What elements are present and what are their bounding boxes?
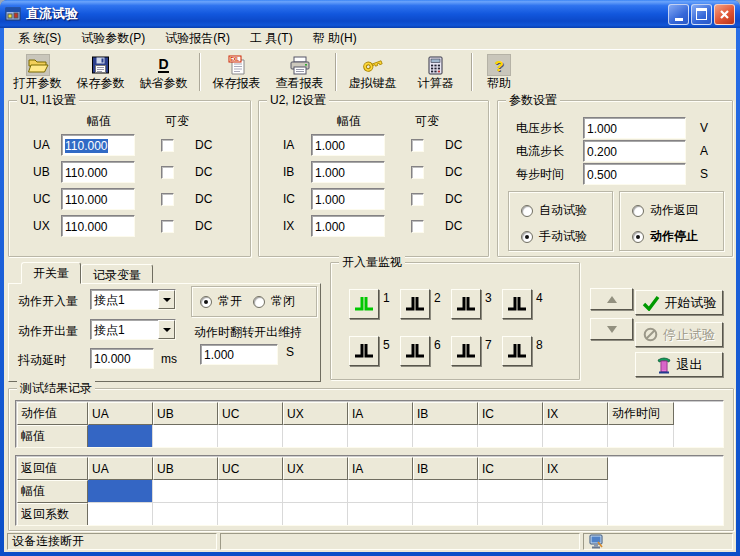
table-cell[interactable] xyxy=(218,503,283,526)
table-cell[interactable] xyxy=(153,425,218,448)
close-button[interactable] xyxy=(714,4,735,25)
table-cell[interactable] xyxy=(608,425,674,448)
table-cell[interactable] xyxy=(283,480,348,503)
app-window: 直流试验 系 统(S) 试验参数(P) 试验报告(R) 工 具(T) 帮 助(H… xyxy=(0,0,740,556)
action-output-combobox[interactable]: 接点1 xyxy=(90,319,176,340)
ib-amplitude-input[interactable]: 1.000 xyxy=(311,161,385,183)
save-report-button[interactable]: EXL 保存报表 xyxy=(205,52,268,92)
normally-open-radio[interactable]: 常开 xyxy=(200,293,242,310)
tab-switch-values[interactable]: 开关量 xyxy=(21,262,81,284)
stop-test-button[interactable]: 停止试验 xyxy=(635,322,723,347)
minimize-button[interactable] xyxy=(668,4,689,25)
ua-amplitude-input[interactable]: 110.000 xyxy=(61,134,135,156)
action-return-radio[interactable]: 动作返回 xyxy=(632,202,723,219)
calculator-button[interactable]: 计算器 xyxy=(404,52,467,92)
scroll-down-button[interactable] xyxy=(590,318,633,340)
ub-amplitude-input[interactable]: 110.000 xyxy=(61,161,135,183)
chevron-down-icon[interactable] xyxy=(158,320,175,339)
table-cell[interactable] xyxy=(348,480,413,503)
table-cell[interactable] xyxy=(153,503,218,526)
selected-cell[interactable] xyxy=(88,480,153,503)
table-cell[interactable] xyxy=(413,425,478,448)
table-cell[interactable] xyxy=(478,425,543,448)
ia-dc-checkbox[interactable] xyxy=(411,139,424,152)
table-cell[interactable] xyxy=(153,480,218,503)
ux-amplitude-input[interactable]: 110.000 xyxy=(61,215,135,237)
table-row: 返回系数 xyxy=(17,503,608,526)
channel-label: IA xyxy=(283,138,311,152)
ub-dc-checkbox[interactable] xyxy=(161,166,174,179)
table-cell[interactable] xyxy=(543,480,608,503)
table-cell[interactable] xyxy=(218,480,283,503)
contact-7-button[interactable] xyxy=(451,336,481,366)
table-cell[interactable] xyxy=(283,503,348,526)
app-icon xyxy=(5,6,21,22)
ix-dc-checkbox[interactable] xyxy=(411,220,424,233)
table-cell[interactable] xyxy=(348,503,413,526)
table-cell[interactable] xyxy=(283,425,348,448)
table-cell[interactable] xyxy=(88,503,153,526)
auto-test-radio[interactable]: 自动试验 xyxy=(521,202,612,219)
scroll-up-button[interactable] xyxy=(590,288,633,310)
manual-test-radio[interactable]: 手动试验 xyxy=(521,228,612,245)
table-cell[interactable] xyxy=(543,425,608,448)
contact-3-button[interactable] xyxy=(451,289,481,319)
contact-5-button[interactable] xyxy=(349,336,379,366)
voltage-step-input[interactable]: 1.000 xyxy=(583,117,686,139)
action-input-combobox[interactable]: 接点1 xyxy=(90,289,176,310)
tab-record-variables[interactable]: 记录变量 xyxy=(81,264,153,284)
uc-amplitude-input[interactable]: 110.000 xyxy=(61,188,135,210)
uc-dc-checkbox[interactable] xyxy=(161,193,174,206)
contact-6-button[interactable] xyxy=(400,336,430,366)
action-stop-radio[interactable]: 动作停止 xyxy=(632,228,723,245)
table-row: 幅值 xyxy=(17,480,608,503)
table-cell[interactable] xyxy=(543,503,608,526)
contact-5: 5 xyxy=(349,336,390,366)
contact-1-button[interactable] xyxy=(349,289,379,319)
ix-amplitude-input[interactable]: 1.000 xyxy=(311,215,385,237)
contact-4-button[interactable] xyxy=(502,289,532,319)
ia-amplitude-input[interactable]: 1.000 xyxy=(311,134,385,156)
start-test-button[interactable]: 开始试验 xyxy=(635,290,723,315)
field-label: 每步时间 xyxy=(516,166,564,183)
menu-tools[interactable]: 工 具(T) xyxy=(240,28,303,50)
maximize-button[interactable] xyxy=(691,4,712,25)
ic-dc-checkbox[interactable] xyxy=(411,193,424,206)
table-cell[interactable] xyxy=(478,480,543,503)
chevron-down-icon[interactable] xyxy=(158,290,175,309)
radio-icon xyxy=(521,205,533,217)
debounce-input[interactable]: 10.000 xyxy=(90,348,154,369)
ib-dc-checkbox[interactable] xyxy=(411,166,424,179)
column-header: UB xyxy=(153,457,218,480)
table-cell[interactable] xyxy=(413,480,478,503)
device-status-text: 设备连接断开 xyxy=(12,533,84,550)
dc-label: DC xyxy=(195,219,212,233)
menu-test-params[interactable]: 试验参数(P) xyxy=(71,28,155,50)
menu-help[interactable]: 帮 助(H) xyxy=(303,28,367,50)
dc-label: DC xyxy=(445,192,462,206)
table-cell[interactable] xyxy=(478,503,543,526)
flip-hold-input[interactable]: 1.000 xyxy=(200,344,278,365)
view-report-button[interactable]: 查看报表 xyxy=(268,52,331,92)
selected-cell[interactable] xyxy=(88,425,153,448)
open-params-button[interactable]: 打开参数 xyxy=(6,52,69,92)
ux-dc-checkbox[interactable] xyxy=(161,220,174,233)
exit-button[interactable]: 退出 xyxy=(635,352,723,377)
virtual-keyboard-button[interactable]: 虚拟键盘 xyxy=(341,52,404,92)
help-button[interactable]: ? 帮助 xyxy=(477,52,521,92)
normally-closed-radio[interactable]: 常闭 xyxy=(253,293,295,310)
ua-dc-checkbox[interactable] xyxy=(161,139,174,152)
step-time-input[interactable]: 0.500 xyxy=(583,163,686,185)
table-cell[interactable] xyxy=(218,425,283,448)
menu-test-report[interactable]: 试验报告(R) xyxy=(155,28,240,50)
contact-8-button[interactable] xyxy=(502,336,532,366)
save-params-button[interactable]: 保存参数 xyxy=(69,52,132,92)
menu-system[interactable]: 系 统(S) xyxy=(8,28,71,50)
ic-amplitude-input[interactable]: 1.000 xyxy=(311,188,385,210)
table-cell[interactable] xyxy=(413,503,478,526)
table-cell[interactable] xyxy=(348,425,413,448)
contact-2-button[interactable] xyxy=(400,289,430,319)
current-step-input[interactable]: 0.200 xyxy=(583,140,686,162)
radio-icon xyxy=(632,231,644,243)
default-params-button[interactable]: D 缺省参数 xyxy=(132,52,195,92)
